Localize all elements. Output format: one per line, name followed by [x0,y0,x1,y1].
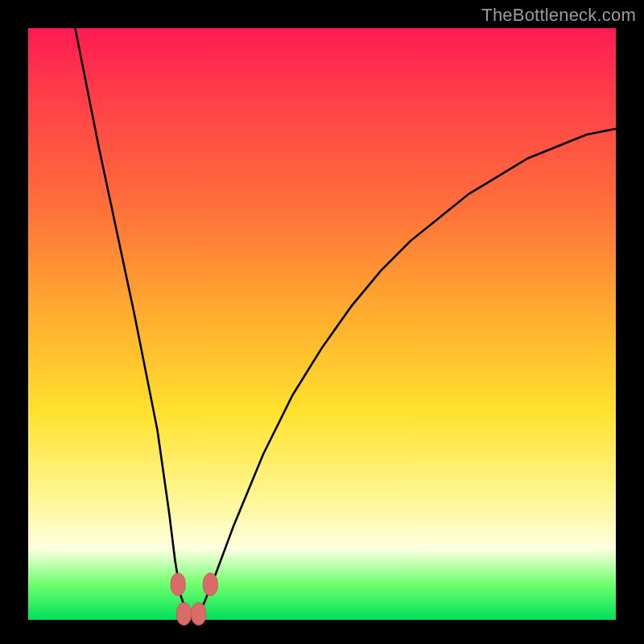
marker-optimum-right [203,573,217,596]
marker-optimum-min-b [192,603,206,625]
marker-optimum-left [171,573,185,596]
bottleneck-curve-svg [28,28,616,620]
bottleneck-curve [75,28,616,620]
plot-area [28,28,616,620]
marker-optimum-min-a [177,603,192,625]
chart-frame: TheBottleneck.com [0,0,644,644]
watermark-text: TheBottleneck.com [481,5,636,26]
optimum-markers [171,573,217,625]
